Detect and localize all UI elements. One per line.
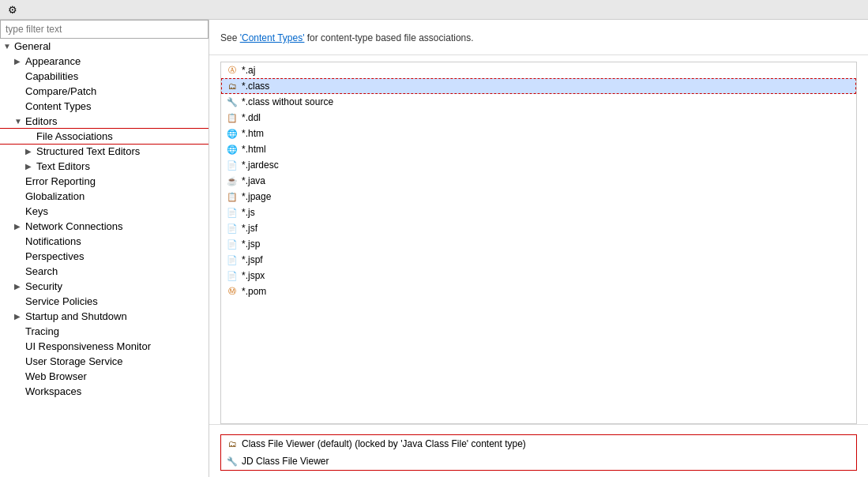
sidebar-item-label: Web Browser (25, 370, 205, 382)
left-panel: ▼General▶AppearanceCapabilitiesCompare/P… (0, 20, 209, 477)
file-type-item[interactable]: 📄*.jsp (221, 236, 856, 252)
file-list[interactable]: Ⓐ*.aj🗂*.class🔧*.class without source📋*.d… (220, 62, 857, 424)
content-types-link[interactable]: 'Content Types' (240, 32, 305, 43)
sidebar-item-label: General (14, 40, 205, 52)
file-type-label: *.aj (242, 65, 255, 76)
sidebar-item-network-connections[interactable]: ▶Network Connections (0, 219, 209, 234)
file-type-label: *.class without source (242, 96, 333, 107)
sidebar-item-structured-text-editors[interactable]: ▶Structured Text Editors (0, 144, 209, 159)
file-type-item[interactable]: 📄*.jardesc (221, 157, 856, 173)
chevron-icon: ▶ (14, 312, 25, 321)
file-type-item[interactable]: 📄*.jspf (221, 252, 856, 268)
file-type-item[interactable]: ☕*.java (221, 173, 856, 189)
file-type-label: *.jspx (242, 270, 265, 281)
sidebar-item-label: File Associations (36, 130, 205, 142)
file-type-label: *.jpage (242, 191, 271, 202)
sidebar-item-label: Content Types (25, 100, 205, 112)
sidebar-item-file-associations[interactable]: File Associations (0, 129, 209, 144)
file-type-item[interactable]: 📋*.jpage (221, 189, 856, 205)
file-type-item[interactable]: 📄*.jspx (221, 268, 856, 284)
file-type-icon: 🔧 (226, 455, 239, 468)
file-type-item[interactable]: 🔧*.class without source (221, 94, 856, 110)
page-description: See 'Content Types' for content-type bas… (220, 32, 857, 43)
file-type-item[interactable]: 🌐*.html (221, 141, 856, 157)
assoc-editor-item[interactable]: 🔧JD Class File Viewer (221, 453, 856, 470)
file-type-item[interactable]: 📄*.jsf (221, 220, 856, 236)
sidebar-item-label: Capabilities (25, 70, 205, 82)
file-type-icon: 🔧 (226, 96, 239, 108)
sidebar-item-label: Appearance (25, 55, 205, 67)
filter-input[interactable] (0, 20, 209, 39)
assoc-editor-label: JD Class File Viewer (242, 456, 329, 467)
sidebar-item-label: Network Connections (25, 220, 205, 232)
sidebar-item-label: Service Policies (25, 295, 205, 307)
file-type-label: *.class (242, 81, 269, 92)
sidebar-item-web-browser[interactable]: Web Browser (0, 369, 209, 384)
chevron-icon: ▶ (14, 222, 25, 231)
file-type-label: *.html (242, 144, 266, 155)
file-type-item[interactable]: 📋*.ddl (221, 110, 856, 126)
sidebar-item-general[interactable]: ▼General (0, 39, 209, 54)
file-type-icon: 📄 (226, 159, 239, 171)
sidebar-item-service-policies[interactable]: Service Policies (0, 294, 209, 309)
main-content: ▼General▶AppearanceCapabilitiesCompare/P… (0, 20, 868, 477)
file-type-icon: 🗂 (226, 80, 239, 92)
sidebar-item-error-reporting[interactable]: Error Reporting (0, 174, 209, 189)
file-type-label: *.pom (242, 286, 266, 297)
sidebar-item-search[interactable]: Search (0, 264, 209, 279)
file-type-label: *.jardesc (242, 160, 279, 171)
sidebar-item-compare-patch[interactable]: Compare/Patch (0, 84, 209, 99)
file-type-icon: 🌐 (226, 127, 239, 140)
sidebar-item-user-storage[interactable]: User Storage Service (0, 354, 209, 369)
file-type-label: *.htm (242, 128, 264, 139)
sidebar-item-label: Startup and Shutdown (25, 310, 205, 322)
assoc-editor-label: Class File Viewer (default) (locked by '… (242, 438, 526, 449)
sidebar-item-text-editors[interactable]: ▶Text Editors (0, 159, 209, 174)
chevron-icon: ▶ (25, 147, 36, 156)
sidebar-item-security[interactable]: ▶Security (0, 279, 209, 294)
file-type-icon: Ⓜ (226, 285, 239, 298)
sidebar-item-label: Editors (25, 115, 205, 127)
sidebar-item-notifications[interactable]: Notifications (0, 234, 209, 249)
file-type-item[interactable]: Ⓐ*.aj (221, 62, 856, 78)
sidebar-item-tracing[interactable]: Tracing (0, 324, 209, 339)
file-type-item[interactable]: 🌐*.htm (221, 126, 856, 141)
associated-editors-section: 🗂Class File Viewer (default) (locked by … (209, 424, 868, 477)
file-type-icon: 📋 (226, 190, 239, 203)
file-type-icon: 📄 (226, 222, 239, 235)
sidebar-item-keys[interactable]: Keys (0, 204, 209, 219)
file-type-label: *.js (242, 207, 255, 218)
sidebar-item-label: Error Reporting (25, 175, 205, 187)
file-type-icon: 📄 (226, 206, 239, 219)
preferences-icon: ⚙ (6, 3, 19, 16)
sidebar-item-label: Search (25, 265, 205, 277)
file-type-icon: Ⓐ (226, 64, 239, 77)
sidebar-item-label: Text Editors (36, 160, 205, 172)
assoc-editors-list[interactable]: 🗂Class File Viewer (default) (locked by … (220, 434, 857, 471)
tree-container[interactable]: ▼General▶AppearanceCapabilitiesCompare/P… (0, 39, 209, 477)
file-type-icon: 📄 (226, 238, 239, 250)
sidebar-item-content-types[interactable]: Content Types (0, 99, 209, 114)
sidebar-item-label: Keys (25, 205, 205, 217)
file-type-icon: 📄 (226, 269, 239, 282)
sidebar-item-workspaces[interactable]: Workspaces (0, 384, 209, 399)
file-type-item[interactable]: 📄*.js (221, 205, 856, 220)
sidebar-item-perspectives[interactable]: Perspectives (0, 249, 209, 264)
sidebar-item-appearance[interactable]: ▶Appearance (0, 54, 209, 69)
sidebar-item-label: Notifications (25, 235, 205, 247)
file-type-item[interactable]: 🗂*.class (221, 78, 856, 94)
file-type-label: *.ddl (242, 112, 261, 123)
title-bar: ⚙ (0, 0, 868, 20)
sidebar-item-startup-shutdown[interactable]: ▶Startup and Shutdown (0, 309, 209, 324)
file-type-label: *.jsp (242, 238, 260, 250)
sidebar-item-label: Perspectives (25, 250, 205, 262)
sidebar-item-editors[interactable]: ▼Editors (0, 114, 209, 129)
right-header: See 'Content Types' for content-type bas… (209, 20, 868, 55)
sidebar-item-globalization[interactable]: Globalization (0, 189, 209, 204)
sidebar-item-capabilities[interactable]: Capabilities (0, 69, 209, 84)
file-type-item[interactable]: Ⓜ*.pom (221, 284, 856, 299)
file-type-label: *.jsf (242, 223, 257, 234)
assoc-editor-item[interactable]: 🗂Class File Viewer (default) (locked by … (221, 435, 856, 453)
file-type-icon: 📋 (226, 111, 239, 124)
sidebar-item-ui-responsiveness[interactable]: UI Responsiveness Monitor (0, 339, 209, 354)
